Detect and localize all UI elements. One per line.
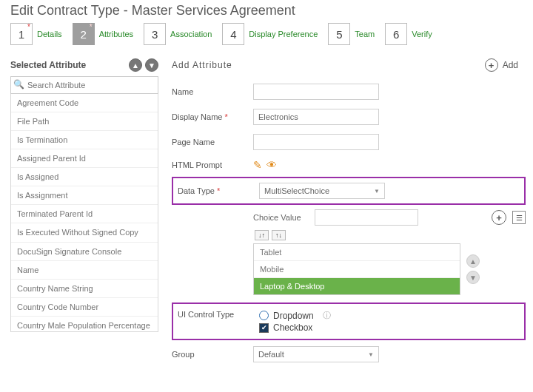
attribute-list-item[interactable]: Is Termination <box>11 131 158 149</box>
selected-attribute-heading: Selected Attribute <box>10 60 86 70</box>
name-input[interactable] <box>253 84 379 100</box>
radio-icon <box>259 311 269 320</box>
choice-settings-icon[interactable]: ☰ <box>512 211 526 224</box>
attribute-list[interactable]: Agreement CodeFile PathIs TerminationAss… <box>11 94 158 331</box>
ui-control-checkbox-option[interactable]: ✔ Checkbox <box>259 322 331 333</box>
choice-value-label: Choice Value <box>253 213 309 222</box>
group-label: Group <box>172 350 253 359</box>
required-star-icon: * <box>27 23 30 31</box>
step-number: 5 <box>328 23 350 45</box>
add-button-label: Add <box>503 60 518 70</box>
selected-attribute-panel: Selected Attribute ▲ ▼ 🔍 Agreement CodeF… <box>10 58 158 332</box>
data-type-label: Data Type * <box>178 186 259 195</box>
data-type-value: MultiSelectChoice <box>264 186 329 195</box>
ui-control-dropdown-option[interactable]: Dropdown ⓘ <box>259 310 331 321</box>
ui-checkbox-label: Checkbox <box>273 322 312 333</box>
step-number: 1* <box>10 23 33 45</box>
sort-asc-button[interactable]: ↓↑ <box>255 230 269 240</box>
choice-list-item[interactable]: Laptop & Desktop <box>254 278 460 294</box>
search-icon: 🔍 <box>13 79 24 89</box>
attribute-list-item[interactable]: File Path <box>11 112 158 131</box>
data-type-highlight: Data Type * MultiSelectChoice ▼ <box>172 177 526 205</box>
wizard-steps: 1*Details2*Attributes3Association4Displa… <box>10 23 526 45</box>
attr-move-up-button[interactable]: ▲ <box>129 58 142 72</box>
choice-move-down-button[interactable]: ▼ <box>466 271 480 284</box>
choice-add-button[interactable]: + <box>492 210 506 225</box>
attribute-list-item[interactable]: Country Code Number <box>11 298 158 317</box>
attribute-list-item[interactable]: Agreement Code <box>11 94 158 112</box>
step-label: Attributes <box>95 30 144 38</box>
html-prompt-label: HTML Prompt <box>172 160 253 169</box>
attribute-list-item[interactable]: Assigned Parent Id <box>11 149 158 168</box>
page-name-input[interactable] <box>253 134 379 150</box>
attribute-list-item[interactable]: Is Assigned <box>11 168 158 186</box>
plus-icon: + <box>485 58 498 72</box>
wizard-step-5[interactable]: 5Team <box>328 23 385 45</box>
step-label: Team <box>350 30 385 38</box>
step-number: 4 <box>222 23 244 45</box>
chevron-down-icon: ▼ <box>374 188 380 195</box>
group-value: Default <box>258 350 284 359</box>
page-name-label: Page Name <box>172 138 253 146</box>
wizard-step-1[interactable]: 1*Details <box>10 23 73 45</box>
attribute-list-item[interactable]: Is Executed Without Signed Copy <box>11 223 158 243</box>
page-title: Edit Contract Type - Master Services Agr… <box>10 3 526 18</box>
display-name-input[interactable] <box>253 109 379 125</box>
ui-control-type-label: UI Control Type <box>178 308 259 319</box>
step-label: Association <box>166 30 222 38</box>
ui-dropdown-label: Dropdown <box>273 311 314 321</box>
choice-value-block: Choice Value + ☰ ↓↑ ↑↓ TabletMobileLapto… <box>253 209 526 295</box>
display-name-label: Display Name * <box>172 112 253 121</box>
group-dropdown[interactable]: Default ▼ <box>253 346 379 362</box>
chevron-down-icon: ▼ <box>368 351 374 358</box>
attribute-list-item[interactable]: Country Name String <box>11 280 158 298</box>
attribute-list-item[interactable]: Country Male Population Percentage <box>11 317 158 331</box>
help-icon[interactable]: ⓘ <box>323 310 331 321</box>
wizard-step-2[interactable]: 2*Attributes <box>73 23 144 45</box>
choice-value-input[interactable] <box>315 209 418 226</box>
step-number: 2* <box>73 23 95 45</box>
add-attribute-panel: Add Attribute + Add Name Display Name * … <box>172 58 526 367</box>
choice-move-up-button[interactable]: ▲ <box>466 254 480 268</box>
preview-prompt-icon[interactable]: 👁 <box>266 159 277 171</box>
required-star-icon: * <box>90 23 93 31</box>
choice-list[interactable]: TabletMobileLaptop & Desktop <box>253 243 460 295</box>
add-button[interactable]: + Add <box>485 58 518 72</box>
attribute-list-item[interactable]: Terminated Parent Id <box>11 205 158 223</box>
step-label: Verify <box>407 30 443 38</box>
checkbox-icon: ✔ <box>259 323 269 333</box>
ui-control-highlight: UI Control Type Dropdown ⓘ ✔ Checkbox <box>172 303 526 340</box>
attribute-list-item[interactable]: Is Assignment <box>11 186 158 205</box>
step-number: 3 <box>144 23 166 45</box>
step-number: 6 <box>385 23 407 45</box>
data-type-dropdown[interactable]: MultiSelectChoice ▼ <box>259 183 385 199</box>
step-label: Display Preference <box>244 30 328 38</box>
choice-list-item[interactable]: Mobile <box>254 261 460 278</box>
attribute-list-item[interactable]: Name <box>11 261 158 280</box>
sort-desc-button[interactable]: ↑↓ <box>272 230 286 240</box>
edit-prompt-icon[interactable]: ✎ <box>253 159 262 171</box>
attribute-list-item[interactable]: DocuSign Signature Console <box>11 243 158 261</box>
choice-list-item[interactable]: Tablet <box>254 244 460 261</box>
name-label: Name <box>172 87 253 96</box>
search-attribute-input[interactable] <box>10 76 158 94</box>
wizard-step-3[interactable]: 3Association <box>144 23 222 45</box>
wizard-step-6[interactable]: 6Verify <box>385 23 443 45</box>
attr-move-down-button[interactable]: ▼ <box>145 58 158 72</box>
step-label: Details <box>33 30 73 38</box>
add-attribute-heading: Add Attribute <box>172 60 232 70</box>
wizard-step-4[interactable]: 4Display Preference <box>222 23 328 45</box>
